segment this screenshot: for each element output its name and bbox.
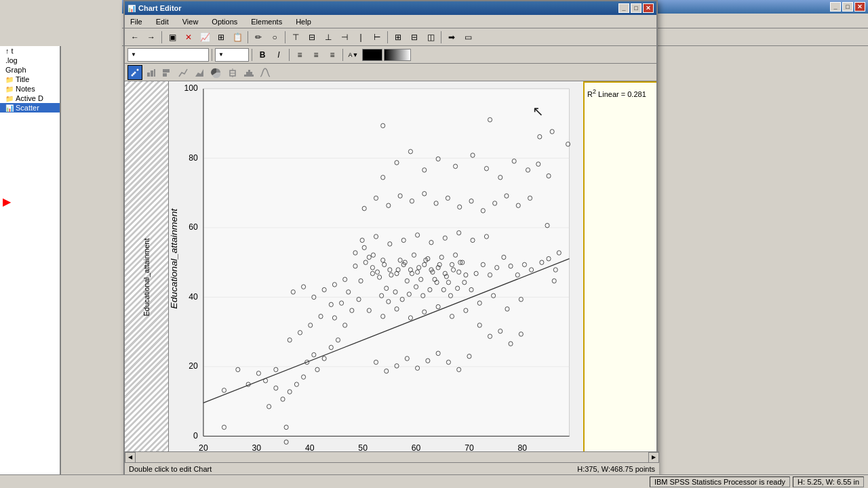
svg-point-2 — [137, 68, 139, 70]
chart-pencil-btn[interactable]: ✏ — [251, 30, 266, 45]
svg-rect-17 — [250, 72, 252, 77]
chart-menu-options[interactable]: Options — [209, 17, 240, 26]
svg-text:Educational_attainment: Educational_attainment — [170, 207, 179, 308]
chart-menu-file[interactable]: File — [127, 17, 145, 26]
chart-type-hist-btn[interactable] — [241, 65, 256, 80]
line-style-btn[interactable] — [384, 49, 411, 61]
chart-bot-align-btn[interactable]: ⊥ — [321, 30, 336, 45]
toolbar-sep-6 — [212, 49, 212, 61]
chart-paste-btn[interactable]: 📋 — [230, 30, 245, 45]
red-arrow-indicator: ▶ — [3, 195, 11, 208]
spss-minimize-btn[interactable]: _ — [830, 2, 841, 12]
chart-type-line-btn[interactable] — [176, 65, 191, 80]
chart-type-pie-btn[interactable] — [209, 65, 224, 80]
chart-legend-btn[interactable]: ◫ — [423, 30, 438, 45]
svg-rect-8 — [163, 69, 170, 73]
sidebar-folder-icon-title: 📁 — [5, 76, 14, 83]
svg-text:0: 0 — [193, 430, 198, 440]
sidebar-item-scatter[interactable]: 📊 Scatter — [0, 103, 60, 113]
scatter-plot-svg: 100 80 60 40 20 0 20 30 40 50 60 70 80 S… — [169, 81, 583, 473]
chart-close-btn[interactable]: ✕ — [643, 3, 654, 13]
sidebar-item-notes[interactable]: 📁 Notes — [0, 84, 60, 94]
chart-delete-btn[interactable]: ✕ — [181, 30, 196, 45]
chart-undo-btn[interactable]: ← — [127, 30, 142, 45]
sidebar-folder-icon-active: 📁 — [5, 95, 14, 102]
svg-rect-6 — [154, 69, 155, 77]
bold-btn[interactable]: B — [255, 47, 270, 62]
chart-editor-title-bar: 📊 Chart Editor _ □ ✕ — [125, 1, 656, 15]
chart-toolbar-3 — [125, 64, 656, 81]
svg-marker-9 — [195, 69, 203, 77]
sidebar-item-log[interactable]: .log — [0, 56, 60, 65]
svg-rect-19 — [203, 89, 570, 436]
font-size-combo[interactable]: ▼ — [215, 48, 249, 62]
chart-icon: 📊 — [127, 5, 136, 12]
toolbar-sep-1 — [161, 31, 162, 43]
main-status-coords: H: 5.25, W: 6.55 in — [793, 476, 864, 487]
scroll-track-h[interactable] — [136, 453, 648, 462]
chart-menu-elements[interactable]: Elements — [248, 17, 285, 26]
chart-arrow-btn[interactable]: ➡ — [444, 30, 459, 45]
chart-type-bar-btn[interactable] — [144, 65, 159, 80]
svg-text:20: 20 — [189, 361, 198, 371]
chart-legend-panel: R2 Linear = 0.281 — [583, 81, 656, 473]
chart-top-align-btn[interactable]: ⊤ — [288, 30, 303, 45]
sidebar-item-graph[interactable]: Graph — [0, 65, 60, 75]
chart-restore-btn[interactable]: □ — [631, 3, 642, 13]
scroll-right-btn[interactable]: ▶ — [648, 452, 659, 463]
scroll-left-btn[interactable]: ◀ — [125, 452, 136, 463]
chart-select-btn[interactable]: ▣ — [165, 30, 180, 45]
chart-table-btn[interactable]: ⊟ — [407, 30, 422, 45]
spss-maximize-btn[interactable]: □ — [842, 2, 853, 12]
chart-left-align-btn[interactable]: ⊣ — [337, 30, 352, 45]
toolbar-sep-9 — [342, 49, 343, 61]
sidebar-chart-icon-scatter: 📊 — [5, 104, 14, 112]
sidebar-item-title[interactable]: 📁 Title — [0, 75, 60, 84]
chart-editor-title: Chart Editor — [138, 4, 182, 12]
chart-plot-area[interactable]: 100 80 60 40 20 0 20 30 40 50 60 70 80 S… — [169, 81, 583, 473]
chart-left-panel: Educational_attainment — [125, 81, 169, 473]
sidebar-item-active[interactable]: 📁 Active D — [0, 94, 60, 103]
chart-center-align-btn[interactable]: | — [353, 30, 368, 45]
chart-status-coords: H:375, W:468.75 points — [577, 465, 655, 473]
align-left-btn[interactable]: ≡ — [292, 47, 307, 62]
svg-rect-4 — [147, 73, 150, 77]
chart-bar-btn[interactable]: ▭ — [460, 30, 475, 45]
svg-rect-14 — [244, 75, 246, 77]
svg-text:60: 60 — [189, 222, 198, 232]
mouse-cursor: ↖ — [532, 103, 544, 119]
toolbar-sep-2 — [248, 31, 248, 43]
color-swatch[interactable] — [362, 49, 382, 61]
chart-type-area-btn[interactable] — [193, 65, 208, 80]
chart-toolbar-1: ← → ▣ ✕ 📈 ⊞ 📋 ✏ ○ ⊤ ⊟ ⊥ ⊣ | ⊢ ⊞ ⊟ ◫ ➡ ▭ — [125, 28, 656, 46]
chart-type-scatter-btn[interactable] — [127, 65, 142, 80]
font-color-btn[interactable]: A▼ — [346, 47, 361, 62]
chart-scrollbar-h[interactable]: ◀ ▶ — [125, 451, 659, 462]
align-right-btn[interactable]: ≡ — [325, 47, 340, 62]
chart-editor-window: 📊 Chart Editor _ □ ✕ File Edit View Opti… — [123, 0, 658, 488]
chart-shape-btn[interactable]: ○ — [267, 30, 282, 45]
chart-menu-edit[interactable]: Edit — [153, 17, 172, 26]
italic-btn[interactable]: I — [271, 47, 286, 62]
chart-type-bar2-btn[interactable] — [160, 65, 175, 80]
spss-close-btn[interactable]: ✕ — [854, 2, 865, 12]
chart-redo-btn[interactable]: → — [144, 30, 159, 45]
sidebar-item-t[interactable]: ↑ t — [0, 46, 60, 56]
chart-menu-help[interactable]: Help — [293, 17, 314, 26]
outline-sidebar: ↑ t .log Graph 📁 Title 📁 Notes 📁 Active … — [0, 46, 61, 487]
chart-copy-btn[interactable]: ⊞ — [214, 30, 229, 45]
align-center-btn[interactable]: ≡ — [309, 47, 323, 62]
y-axis-label-panel: Educational_attainment — [142, 239, 151, 317]
toolbar-sep-5 — [441, 31, 441, 43]
chart-menu-view[interactable]: View — [180, 17, 201, 26]
chart-mid-align-btn[interactable]: ⊟ — [304, 30, 319, 45]
chart-right-align-btn[interactable]: ⊢ — [370, 30, 384, 45]
chart-type-box-btn[interactable] — [225, 65, 240, 80]
toolbar-sep-3 — [285, 31, 285, 43]
chart-grid-btn[interactable]: ⊞ — [391, 30, 406, 45]
chart-minimize-btn[interactable]: _ — [618, 3, 629, 13]
font-family-combo[interactable]: ▼ — [127, 48, 209, 62]
chart-draw-btn[interactable]: 📈 — [197, 30, 212, 45]
svg-rect-18 — [252, 75, 254, 77]
chart-type-density-btn[interactable] — [258, 65, 273, 80]
